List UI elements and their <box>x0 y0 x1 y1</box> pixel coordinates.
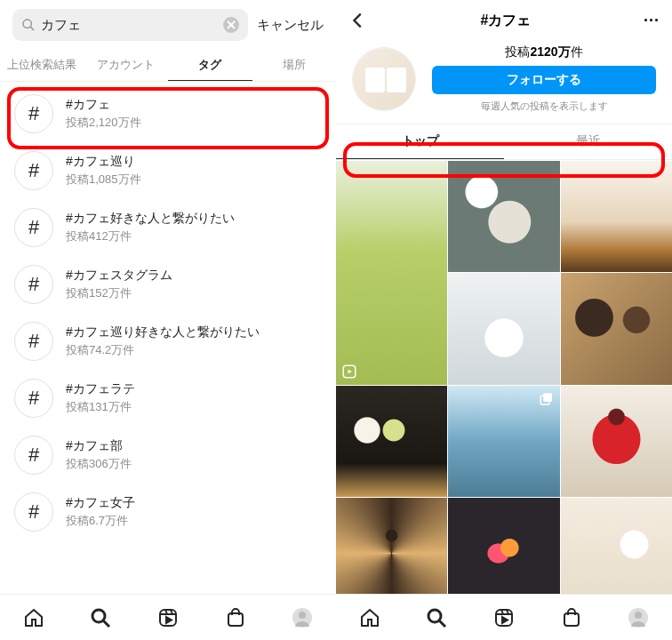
reels-badge-icon <box>341 364 357 380</box>
tab-places[interactable]: 場所 <box>252 48 337 81</box>
page-title: #カフェ <box>481 12 532 30</box>
grid-item[interactable] <box>561 498 672 609</box>
nav-reels[interactable] <box>492 605 516 630</box>
search-icon <box>426 607 447 628</box>
cancel-button[interactable]: キャンセル <box>257 17 324 34</box>
hashtag-name: #カフェ女子 <box>66 495 135 511</box>
nav-shop[interactable] <box>223 605 248 630</box>
nav-search[interactable] <box>88 605 113 630</box>
hashtag-row[interactable]: # #カフェスタグラム 投稿152万件 <box>0 256 336 313</box>
post-count: 投稿2120万件 <box>432 44 656 60</box>
bottom-nav <box>336 594 672 640</box>
search-bar: カフェ キャンセル <box>0 0 336 48</box>
bottom-nav <box>0 594 336 640</box>
hashtag-row[interactable]: # #カフェ巡り好きな人と繋がりたい 投稿74.2万件 <box>0 313 336 370</box>
search-icon <box>21 18 36 32</box>
tab-tags[interactable]: タグ <box>168 48 252 81</box>
grid-item[interactable] <box>448 386 559 497</box>
hash-icon: # <box>14 151 53 190</box>
profile-icon <box>292 607 313 628</box>
svg-point-24 <box>635 612 642 619</box>
svg-line-5 <box>103 620 109 627</box>
shop-icon <box>225 607 246 628</box>
nav-home[interactable] <box>21 605 46 630</box>
carousel-badge-icon <box>539 391 555 407</box>
subtab-recent[interactable]: 最近 <box>504 124 672 159</box>
hashtag-sub: 投稿306万件 <box>66 456 132 472</box>
search-input[interactable]: カフェ <box>12 9 248 41</box>
hashtag-name: #カフェ巡り <box>66 154 141 170</box>
grid-item[interactable] <box>448 161 559 272</box>
hashtag-sub: 投稿6.7万件 <box>66 513 135 529</box>
hashtag-name: #カフェ部 <box>66 438 132 454</box>
top-header: #カフェ ··· <box>336 0 672 36</box>
hash-icon: # <box>14 379 53 418</box>
reels-icon <box>157 607 179 628</box>
svg-rect-22 <box>564 613 579 626</box>
tab-accounts[interactable]: アカウント <box>84 48 169 81</box>
grid-item[interactable] <box>336 498 447 609</box>
nav-reels[interactable] <box>156 605 180 630</box>
hashtag-header: 投稿2120万件 フォローする 毎週人気の投稿を表示します <box>336 36 672 118</box>
clear-search-button[interactable] <box>223 17 239 33</box>
search-tabs: 上位検索結果 アカウント タグ 場所 <box>0 48 336 82</box>
hashtag-row[interactable]: # #カフェ 投稿2,120万件 <box>0 85 336 142</box>
hashtag-avatar[interactable] <box>352 47 416 111</box>
search-pane: カフェ キャンセル 上位検索結果 アカウント タグ 場所 # #カフェ 投稿2,… <box>0 0 336 640</box>
hashtag-sub: 投稿131万件 <box>66 399 135 415</box>
chevron-left-icon <box>348 11 368 30</box>
nav-search[interactable] <box>424 605 449 630</box>
hashtag-name: #カフェスタグラム <box>66 268 172 284</box>
close-icon <box>227 20 236 29</box>
hashtag-name: #カフェ好きな人と繋がりたい <box>66 211 235 227</box>
grid-item[interactable] <box>561 161 672 272</box>
nav-profile[interactable] <box>290 605 315 630</box>
grid-item[interactable] <box>448 273 559 384</box>
hash-icon: # <box>14 436 53 475</box>
svg-line-1 <box>30 27 34 30</box>
grid-item[interactable] <box>561 273 672 384</box>
hashtag-sub: 投稿412万件 <box>66 228 235 244</box>
results-list: # #カフェ 投稿2,120万件 # #カフェ巡り 投稿1,085万件 # #カ… <box>0 82 336 640</box>
grid-item[interactable] <box>336 161 447 385</box>
hash-icon: # <box>14 492 53 532</box>
back-button[interactable] <box>348 11 368 30</box>
note-text: 毎週人気の投稿を表示します <box>432 100 656 113</box>
grid-item[interactable] <box>336 386 447 497</box>
hashtag-sub: 投稿2,120万件 <box>66 115 141 131</box>
svg-point-16 <box>428 610 441 622</box>
more-button[interactable]: ··· <box>644 12 660 30</box>
nav-shop[interactable] <box>559 605 584 630</box>
reels-icon <box>493 607 515 628</box>
post-grid <box>336 161 672 609</box>
hashtag-row[interactable]: # #カフェラテ 投稿131万件 <box>0 370 336 427</box>
follow-button[interactable]: フォローする <box>432 66 656 94</box>
hashtag-name: #カフェラテ <box>66 381 135 397</box>
shop-icon <box>561 607 582 628</box>
svg-rect-14 <box>543 393 552 402</box>
content-tabs: トップ 最近 <box>336 124 672 160</box>
hashtag-sub: 投稿1,085万件 <box>66 172 141 188</box>
tab-top-results[interactable]: 上位検索結果 <box>0 48 84 81</box>
hashtag-row[interactable]: # #カフェ女子 投稿6.7万件 <box>0 484 336 540</box>
hashtag-sub: 投稿152万件 <box>66 285 172 301</box>
hashtag-row[interactable]: # #カフェ部 投稿306万件 <box>0 427 336 484</box>
svg-point-0 <box>23 20 31 28</box>
nav-profile[interactable] <box>626 605 651 630</box>
hashtag-row[interactable]: # #カフェ巡り 投稿1,085万件 <box>0 142 336 199</box>
grid-item[interactable] <box>561 386 672 497</box>
svg-rect-10 <box>228 613 243 626</box>
hash-icon: # <box>14 322 53 361</box>
home-icon <box>23 607 44 628</box>
grid-item[interactable] <box>448 498 559 609</box>
search-value: カフェ <box>41 17 223 34</box>
hash-icon: # <box>14 94 53 133</box>
hashtag-row[interactable]: # #カフェ好きな人と繋がりたい 投稿412万件 <box>0 199 336 256</box>
subtab-top[interactable]: トップ <box>336 124 504 159</box>
svg-point-12 <box>299 612 306 619</box>
hashtag-sub: 投稿74.2万件 <box>66 342 260 358</box>
hashtag-name: #カフェ <box>66 97 141 113</box>
nav-home[interactable] <box>357 605 382 630</box>
svg-line-17 <box>439 620 445 627</box>
hash-icon: # <box>14 208 53 247</box>
